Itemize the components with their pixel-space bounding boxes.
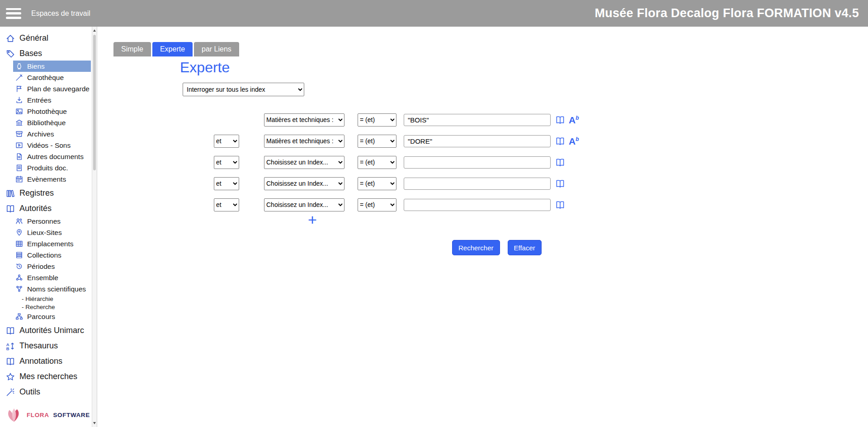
sidebar-item-label: Bases (19, 49, 42, 58)
index-select[interactable]: Matières et techniques : (264, 135, 344, 148)
index-browse-book-icon[interactable] (555, 158, 566, 167)
comparison-operator-select[interactable]: = (et) (358, 135, 396, 148)
sidebar-item-periodes[interactable]: Périodes (13, 261, 91, 272)
index-select[interactable]: Choisissez un Index... (264, 198, 344, 211)
sidebar-item-annotations[interactable]: Annotations (0, 354, 97, 368)
sidebar-item-label: Autorités Unimarc (19, 326, 84, 335)
index-browse-book-icon[interactable] (555, 136, 566, 146)
sidebar-item-label: Vidéos - Sons (27, 141, 71, 150)
workspace-label: Espaces de travail (31, 9, 90, 18)
history-icon (15, 263, 23, 270)
sidebar-item-outils[interactable]: Outils (0, 385, 97, 399)
comparison-operator-select[interactable]: = (et) (358, 156, 396, 169)
criteria-row: etChoisissez un Index...= (et) (214, 155, 566, 169)
sidebar-item-thesaurus[interactable]: ABThesaurus (0, 339, 97, 353)
clear-button[interactable]: Effacer (508, 240, 542, 255)
stack-icon (15, 164, 23, 172)
tab-par-liens[interactable]: par Liens (194, 42, 239, 56)
boolean-operator-select[interactable]: et (214, 156, 239, 169)
sidebar-item-label: Autorités (19, 204, 52, 213)
search-value-input[interactable] (404, 135, 551, 147)
sidebar-item-biens[interactable]: Biens (13, 61, 91, 72)
openbook-icon (6, 326, 15, 335)
search-value-input[interactable] (404, 156, 551, 169)
sidebar-item-parcours[interactable]: Parcours (13, 311, 91, 322)
sidebar-item-autorites-unimarc[interactable]: Autorités Unimarc (0, 324, 97, 338)
sidebar: GénéralBasesBiensCarothèquePlan de sauve… (0, 27, 97, 427)
scrollbar-thumb[interactable] (93, 35, 96, 170)
sidebar-item-registres[interactable]: Registres (0, 186, 97, 200)
search-value-input[interactable] (404, 114, 551, 126)
sidebar-item-label: Archives (27, 130, 54, 138)
sidebar-item-personnes[interactable]: Personnes (13, 216, 91, 227)
network-icon (15, 274, 23, 282)
logo-word-flora: FLORA (27, 412, 49, 418)
case-sensitive-icon[interactable]: Ab (569, 136, 579, 146)
sidebar-item-label: Collections (27, 251, 61, 259)
index-select[interactable]: Choisissez un Index... (264, 177, 344, 190)
sidebar-item-hierarchie[interactable]: - Hiérarchie (0, 295, 97, 303)
search-value-input[interactable] (404, 178, 551, 190)
openbook-icon (6, 357, 15, 366)
sidebar-item-emplacements[interactable]: Emplacements (13, 238, 91, 249)
scroll-down-icon[interactable] (92, 420, 97, 426)
sidebar-scrollbar[interactable] (92, 27, 97, 427)
home-icon (6, 34, 15, 43)
sidebar-item-lieux-sites[interactable]: Lieux-Sites (13, 227, 91, 238)
sidebar-item-label: Mes recherches (19, 372, 77, 381)
index-select[interactable]: Matières et techniques : (264, 113, 344, 127)
sidebar-item-label: Biens (27, 62, 45, 70)
tab-experte[interactable]: Experte (152, 42, 193, 56)
index-browse-book-icon[interactable] (555, 200, 566, 210)
people-icon (15, 217, 23, 225)
index-scope-select[interactable]: Interroger sur tous les index (183, 83, 304, 96)
boolean-operator-select[interactable]: et (214, 177, 239, 190)
sidebar-item-carotheque[interactable]: Carothèque (13, 72, 91, 83)
case-sensitive-icon[interactable]: Ab (569, 115, 579, 125)
criteria-row: etMatières et techniques : = (et)Ab (214, 134, 579, 148)
index-select[interactable]: Choisissez un Index... (264, 156, 344, 169)
comparison-operator-select[interactable]: = (et) (358, 198, 396, 211)
tab-simple[interactable]: Simple (113, 42, 151, 56)
sidebar-item-phototheque[interactable]: Photothèque (13, 106, 91, 117)
boolean-operator-select[interactable]: et (214, 135, 239, 148)
ab-icon: AB (6, 342, 15, 351)
sidebar-item-evenements[interactable]: Evènements (13, 174, 91, 185)
drill-icon (15, 74, 23, 81)
comparison-operator-select[interactable]: = (et) (358, 177, 396, 190)
sidebar-item-mes-recherches[interactable]: Mes recherches (0, 370, 97, 384)
menu-icon[interactable] (6, 8, 21, 19)
flora-logo: FLORA SOFTWARE (5, 406, 90, 423)
tree-icon (15, 313, 23, 320)
sidebar-item-label: Personnes (27, 217, 61, 225)
boolean-operator-select[interactable]: et (214, 198, 239, 211)
add-criterion-button[interactable]: + (308, 212, 317, 227)
sidebar-item-label: Plan de sauvegarde (27, 85, 90, 93)
sidebar-item-entrees[interactable]: Entrées (13, 94, 91, 106)
sidebar-item-plan-de-sauvegarde[interactable]: Plan de sauvegarde (13, 83, 91, 94)
scroll-up-icon[interactable] (92, 28, 97, 33)
sidebar-item-recherche[interactable]: - Recherche (0, 303, 97, 311)
sidebar-item-general[interactable]: Général (0, 31, 97, 45)
index-browse-book-icon[interactable] (555, 179, 566, 188)
sidebar-item-produits-doc[interactable]: Produits doc. (13, 162, 91, 174)
sidebar-item-bases[interactable]: Bases (0, 47, 97, 61)
criteria-row: etChoisissez un Index...= (et) (214, 197, 566, 212)
sidebar-item-collections[interactable]: Collections (13, 249, 91, 261)
sidebar-item-autres-documents[interactable]: Autres documents (13, 151, 91, 162)
openbook-icon (6, 204, 15, 213)
sidebar-item-ensemble[interactable]: Ensemble (13, 272, 91, 283)
sidebar-item-label: Entrées (27, 96, 51, 104)
comparison-operator-select[interactable]: = (et) (358, 113, 396, 127)
search-button[interactable]: Rechercher (452, 240, 500, 255)
sidebar-item-label: Emplacements (27, 240, 74, 248)
index-browse-book-icon[interactable] (555, 115, 566, 125)
action-buttons: Rechercher Effacer (452, 240, 542, 255)
sidebar-item-archives[interactable]: Archives (13, 128, 91, 140)
sidebar-item-videos-sons[interactable]: Vidéos - Sons (13, 140, 91, 151)
sidebar-item-autorites[interactable]: Autorités (0, 202, 97, 216)
sidebar-item-noms-scientifiques[interactable]: Noms scientifiques (13, 283, 91, 295)
sidebar-item-bibliotheque[interactable]: Bibliothèque (13, 117, 91, 128)
books-icon (6, 189, 15, 198)
search-value-input[interactable] (404, 199, 551, 211)
